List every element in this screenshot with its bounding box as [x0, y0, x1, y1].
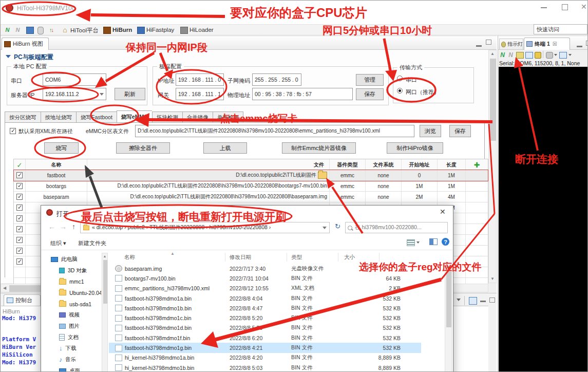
- new-folder-button[interactable]: 新建文件夹: [78, 239, 106, 247]
- file-row[interactable]: emmc_partitions_hi3798mv100.xml 2022/8/1…: [109, 284, 421, 293]
- subnet-mask-input[interactable]: 255 . 255 . 255 . 0: [252, 73, 301, 86]
- col-length[interactable]: 长度: [446, 161, 457, 169]
- maximize-console-icon[interactable]: [489, 297, 495, 303]
- row-checkbox[interactable]: [16, 183, 23, 189]
- organize-button[interactable]: 组织 ▾: [50, 239, 66, 247]
- col-device[interactable]: 器件类型: [337, 161, 358, 169]
- row-checkbox[interactable]: [16, 204, 23, 211]
- close-icon[interactable]: ✕: [581, 3, 587, 11]
- col-header-name[interactable]: 名称: [124, 254, 135, 261]
- radio-network[interactable]: [397, 88, 403, 94]
- col-header-size[interactable]: 大小: [344, 254, 355, 261]
- tab-hiburn-view[interactable]: HiBurn 视图: [2, 38, 49, 50]
- col-start[interactable]: 开始地址: [409, 161, 430, 169]
- erase-all-button[interactable]: 擦除全器件: [116, 142, 170, 154]
- col-name[interactable]: 名称: [51, 161, 62, 169]
- disconnect-icon[interactable]: N: [14, 26, 22, 33]
- chip-config-icon[interactable]: [26, 27, 34, 34]
- terminal-lock-icon[interactable]: [535, 52, 541, 59]
- minimize-icon[interactable]: [541, 7, 547, 8]
- view-mode-chevron-icon[interactable]: [416, 241, 420, 244]
- file-row[interactable]: bootargs7-mv100.bin 2022/7/31 10:04 BIN …: [109, 273, 421, 283]
- row-checkbox[interactable]: [16, 226, 23, 232]
- link-hifastplay[interactable]: HiFastplay: [146, 27, 174, 33]
- file-row[interactable]: fastboot-hi3798mdmo1g.bin 2022/8/8 4:21 …: [109, 343, 421, 352]
- radio-serial[interactable]: [397, 76, 403, 81]
- sidebar-item[interactable]: 文档: [45, 332, 101, 343]
- xml-path-checkbox[interactable]: [10, 128, 16, 134]
- transfer-updown-icon[interactable]: ↑↓: [48, 26, 55, 33]
- sidebar-item[interactable]: ↓ 下载: [45, 343, 101, 355]
- file-row[interactable]: hi_kernel-hi3798mdmo1b.bin 2022/8/8 5:03…: [109, 363, 421, 372]
- sidebar-item[interactable]: 图片: [45, 321, 101, 332]
- col-header-type[interactable]: 类型: [291, 254, 302, 261]
- maximize-panel-icon[interactable]: [586, 41, 588, 46]
- row-checkbox[interactable]: [16, 194, 23, 200]
- refresh-button[interactable]: 刷新: [115, 88, 145, 100]
- terminal-disconnect-icon[interactable]: N: [507, 51, 515, 59]
- sidebar-item[interactable]: 视频: [45, 309, 101, 321]
- forward-icon[interactable]: →: [60, 222, 67, 231]
- file-row[interactable]: fastboot-hi3798mdmo1c.bin 2022/8/8 5:20 …: [109, 313, 421, 323]
- back-icon[interactable]: ←: [48, 222, 55, 231]
- manage-button[interactable]: 管理: [356, 74, 384, 86]
- preview-pane-icon[interactable]: [429, 238, 438, 245]
- sidebar-item[interactable]: mmc1: [45, 276, 101, 287]
- row-checkbox[interactable]: [16, 258, 23, 265]
- sidebar-item[interactable]: 此电脑: [45, 254, 101, 265]
- browse-button[interactable]: 浏览: [420, 125, 441, 137]
- sidebar-item[interactable]: Ubuntu-20.04 (: [45, 287, 101, 299]
- table-row[interactable]: baseparam D:\dl.ecoo.top\public2\TTL线刷固件…: [14, 192, 488, 202]
- link-hiloader[interactable]: HiLoader: [189, 27, 214, 33]
- table-row[interactable]: bootargs D:\dl.ecoo.top\public2\TTL线刷固件2…: [14, 181, 488, 192]
- maximize-view-icon[interactable]: [486, 40, 491, 45]
- ip-input[interactable]: 192 . 168 . 111 . 0: [176, 73, 224, 86]
- tab-console[interactable]: 控制台: [4, 294, 41, 306]
- serial-port-select[interactable]: COM6: [43, 73, 106, 86]
- sidebar-item[interactable]: ♪ 音乐: [45, 354, 101, 365]
- burn-button[interactable]: 烧写: [44, 142, 79, 154]
- maximize-icon[interactable]: [562, 4, 568, 10]
- terminal-connect-icon[interactable]: N: [499, 51, 506, 59]
- help-icon[interactable]: ?: [442, 238, 449, 246]
- link-hitool-platform[interactable]: HiTool平台: [70, 27, 99, 34]
- col-file[interactable]: 文件: [314, 161, 327, 169]
- check-all-icon[interactable]: ✓: [17, 161, 23, 169]
- sidebar-item[interactable]: 3D 对象: [45, 265, 101, 276]
- mac-input[interactable]: 00 : 95 : 38 : 78 : fb : 57: [252, 88, 353, 100]
- make-hipro-image-button[interactable]: 制作HiPro镜像: [387, 142, 443, 154]
- file-row[interactable]: fastboot-hi3798mdmo1d.bin 2022/8/8 5:50 …: [109, 323, 421, 333]
- table-row[interactable]: fastboot D:\dl.ecoo.top\public2\TTL线刷固件 …: [14, 170, 488, 181]
- minimize-view-icon[interactable]: [476, 41, 482, 47]
- xml-path-input[interactable]: D:\dl.ecoo.top\public2\TTL线刷固件20220808\h…: [135, 125, 414, 137]
- tab-terminal-1[interactable]: 终端 1 ☒: [524, 38, 570, 50]
- view-mode-icon[interactable]: [407, 239, 415, 246]
- make-emmc-image-button[interactable]: 制作Emmc烧片器镜像: [282, 142, 356, 154]
- connect-icon[interactable]: N: [4, 26, 11, 33]
- board-save-button[interactable]: 保存: [356, 88, 384, 100]
- main-vertical-scrollbar[interactable]: ▲ ▼: [488, 50, 497, 283]
- close-tab-icon[interactable]: ☒: [553, 41, 557, 47]
- chevron-down-icon[interactable]: [323, 227, 327, 229]
- minimize-console-icon[interactable]: [480, 301, 486, 302]
- chevron-down-icon[interactable]: [568, 54, 572, 56]
- sidebar-scrollbar[interactable]: ▲: [102, 253, 108, 372]
- dialog-close-icon[interactable]: ✕: [440, 208, 446, 216]
- section-twistie-icon[interactable]: [6, 55, 11, 58]
- chevron-down-icon[interactable]: [554, 54, 557, 56]
- upload-button[interactable]: 上载: [203, 142, 247, 154]
- file-list-scrollbar[interactable]: ▲: [445, 263, 452, 372]
- row-checkbox[interactable]: [16, 248, 23, 254]
- link-hiburn[interactable]: HiBurn: [112, 27, 132, 33]
- terminal-screen[interactable]: [499, 67, 588, 372]
- file-row[interactable]: fastboot-hi3798mdmo1a.bin 2022/8/8 4:04 …: [109, 293, 421, 303]
- sidebar-item[interactable]: usb-sda1: [45, 299, 101, 310]
- quick-access-box[interactable]: 快速访问: [534, 24, 587, 34]
- terminal-copy-icon[interactable]: [525, 52, 533, 59]
- browse-folder-icon[interactable]: [318, 172, 327, 179]
- row-checkbox[interactable]: [16, 237, 23, 243]
- xml-save-button[interactable]: 保存: [449, 125, 471, 137]
- server-ip-select[interactable]: 192.168.111.2: [43, 88, 106, 100]
- terminal-settings-icon[interactable]: [546, 52, 553, 59]
- add-row-icon[interactable]: ✚: [474, 161, 480, 169]
